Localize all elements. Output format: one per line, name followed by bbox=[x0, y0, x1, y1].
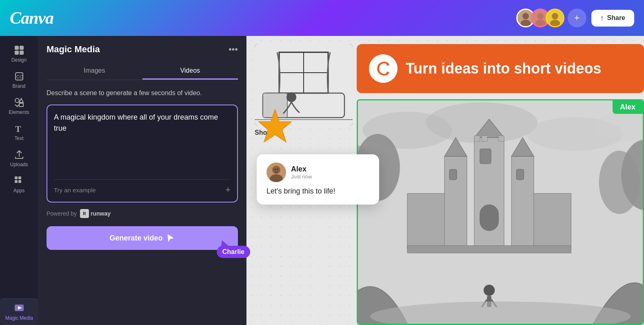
shot2-image: Alex bbox=[358, 100, 643, 324]
sidebar-item-text[interactable]: T Text bbox=[1, 119, 38, 145]
svg-point-29 bbox=[286, 92, 296, 102]
comment-name: Alex bbox=[291, 165, 312, 174]
shot2-castle-card: Alex bbox=[357, 99, 644, 325]
sidebar-item-uploads-label: Uploads bbox=[10, 162, 28, 167]
svg-rect-17 bbox=[18, 176, 21, 179]
svg-rect-49 bbox=[534, 194, 571, 249]
brand-icon: CO bbox=[14, 71, 24, 82]
alex-label: Alex bbox=[613, 100, 643, 114]
tabs: Images Videos bbox=[47, 63, 238, 80]
svg-rect-53 bbox=[449, 169, 457, 180]
sidebar-item-magic-media[interactable]: Magic Media bbox=[0, 298, 38, 325]
svg-rect-14 bbox=[19, 103, 23, 107]
cursor-icon bbox=[166, 234, 175, 243]
svg-point-61 bbox=[270, 174, 283, 182]
sidebar-item-elements[interactable]: Elements bbox=[1, 93, 38, 119]
svg-point-60 bbox=[272, 166, 280, 174]
share-button[interactable]: ↑ Share bbox=[591, 10, 634, 27]
svg-point-12 bbox=[15, 98, 19, 102]
sidebar-item-design[interactable]: Design bbox=[1, 41, 38, 67]
svg-rect-54 bbox=[516, 169, 524, 180]
svg-rect-50 bbox=[407, 246, 571, 253]
runway-logo: R runway bbox=[80, 209, 111, 218]
magic-media-panel: Magic Media ••• Images Videos Describe a… bbox=[38, 36, 246, 325]
comment-user-info: Alex Just now bbox=[291, 165, 312, 180]
avatar-group: + bbox=[516, 9, 586, 27]
svg-rect-43 bbox=[498, 136, 504, 142]
svg-rect-52 bbox=[480, 149, 491, 164]
svg-rect-41 bbox=[474, 136, 480, 142]
text-icon: T bbox=[14, 123, 24, 134]
design-icon bbox=[14, 45, 24, 56]
comment-avatar bbox=[266, 162, 286, 182]
svg-rect-42 bbox=[482, 136, 487, 142]
svg-marker-31 bbox=[259, 109, 291, 142]
svg-point-55 bbox=[484, 285, 495, 296]
sidebar-item-uploads[interactable]: Uploads bbox=[1, 145, 38, 171]
powered-by-row: Powered by R runway bbox=[47, 209, 238, 218]
svg-point-62 bbox=[274, 169, 276, 170]
svg-point-4 bbox=[552, 13, 558, 20]
try-example-row: Try an example + bbox=[54, 179, 231, 195]
prompt-input[interactable] bbox=[54, 112, 231, 173]
sidebar: Design CO Brand Elements T Text Uploads bbox=[0, 36, 38, 325]
svg-rect-48 bbox=[407, 194, 444, 249]
comment-text: Let's bring this to life! bbox=[266, 186, 369, 196]
sidebar-item-apps[interactable]: Apps bbox=[1, 171, 38, 198]
uploads-icon bbox=[14, 149, 24, 160]
svg-text:CO: CO bbox=[16, 74, 23, 79]
more-options-button[interactable]: ••• bbox=[229, 44, 238, 55]
svg-rect-16 bbox=[15, 176, 18, 179]
runway-label: runway bbox=[91, 210, 111, 217]
try-example-button[interactable]: + bbox=[225, 185, 231, 195]
svg-point-5 bbox=[550, 20, 560, 26]
tab-videos[interactable]: Videos bbox=[142, 63, 238, 80]
runway-icon: R bbox=[80, 209, 89, 218]
tab-images[interactable]: Images bbox=[47, 63, 142, 80]
top-bar: Canva + bbox=[0, 0, 644, 36]
svg-point-0 bbox=[522, 13, 529, 20]
comment-header: Alex Just now bbox=[266, 162, 369, 182]
svg-rect-18 bbox=[15, 180, 18, 183]
svg-rect-9 bbox=[20, 51, 24, 55]
panel-title: Magic Media bbox=[47, 44, 100, 55]
svg-marker-13 bbox=[19, 98, 23, 102]
banner-brand-icon bbox=[369, 54, 398, 83]
svg-rect-7 bbox=[20, 46, 24, 50]
share-upload-icon: ↑ bbox=[600, 14, 604, 22]
panel-description: Describe a scene to generate a few secon… bbox=[47, 88, 238, 98]
canvas-area: Shot 1 Turn ideas into short videos bbox=[246, 36, 644, 325]
brand-circle-icon bbox=[373, 58, 393, 79]
svg-marker-22 bbox=[168, 234, 173, 242]
star-icon bbox=[257, 107, 293, 144]
avatar-user-3 bbox=[546, 9, 564, 27]
generate-video-button[interactable]: Generate video bbox=[47, 226, 238, 250]
svg-point-2 bbox=[537, 13, 544, 20]
top-right-controls: + ↑ Share bbox=[516, 9, 634, 27]
sidebar-item-text-label: Text bbox=[14, 136, 23, 141]
svg-text:T: T bbox=[15, 124, 21, 134]
comment-card: Alex Just now Let's bring this to life! bbox=[257, 154, 379, 205]
star-badge bbox=[257, 107, 293, 146]
banner-text: Turn ideas into short videos bbox=[406, 60, 601, 77]
powered-by-label: Powered by bbox=[47, 210, 77, 217]
svg-point-3 bbox=[535, 20, 545, 26]
sidebar-item-brand-label: Brand bbox=[12, 83, 25, 89]
charlie-cursor: Charlie bbox=[217, 240, 250, 258]
svg-point-63 bbox=[277, 169, 278, 170]
generate-btn-container: Generate video Charlie bbox=[47, 226, 238, 250]
add-collaborator-button[interactable]: + bbox=[568, 9, 586, 27]
svg-point-1 bbox=[520, 20, 530, 26]
svg-rect-51 bbox=[480, 205, 499, 231]
sidebar-item-design-label: Design bbox=[11, 57, 27, 63]
try-example-label: Try an example bbox=[54, 187, 96, 194]
canva-logo: Canva bbox=[10, 8, 53, 28]
elements-icon bbox=[14, 97, 24, 108]
sidebar-item-apps-label: Apps bbox=[13, 188, 24, 194]
magic-media-icon bbox=[14, 303, 24, 314]
alex-avatar-icon bbox=[266, 162, 286, 182]
comment-time: Just now bbox=[291, 174, 312, 180]
sidebar-item-magic-media-label: Magic Media bbox=[5, 315, 33, 321]
svg-rect-8 bbox=[15, 51, 19, 55]
sidebar-item-brand[interactable]: CO Brand bbox=[1, 67, 38, 93]
